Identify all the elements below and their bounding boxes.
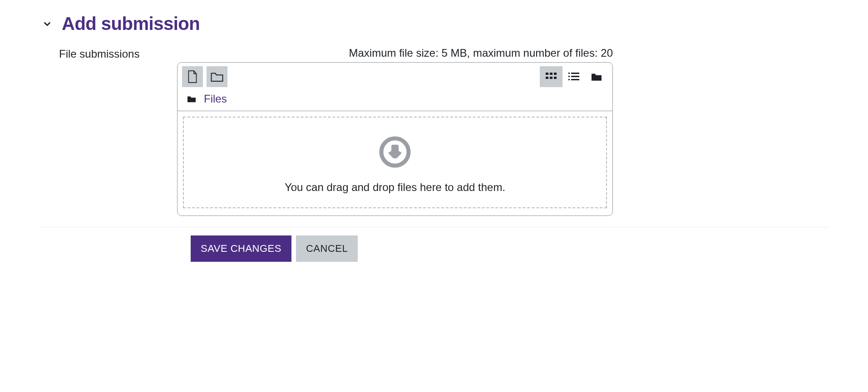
- collapse-toggle[interactable]: [41, 18, 54, 30]
- view-mode-group: [540, 66, 608, 87]
- svg-rect-10: [568, 79, 570, 80]
- svg-rect-1: [550, 73, 552, 75]
- svg-rect-11: [571, 79, 579, 80]
- view-details-button[interactable]: [562, 66, 585, 87]
- file-limits-text: Maximum file size: 5 MB, maximum number …: [177, 47, 613, 59]
- grid-icon: [545, 72, 557, 82]
- form-label-column: File submissions: [41, 47, 173, 60]
- form-input-column: Maximum file size: 5 MB, maximum number …: [177, 47, 613, 216]
- file-icon: [187, 70, 198, 83]
- section-header: Add submission: [41, 14, 827, 34]
- file-submissions-row: File submissions Maximum file size: 5 MB…: [41, 47, 827, 216]
- svg-marker-14: [388, 152, 402, 159]
- view-tree-button[interactable]: [585, 66, 608, 87]
- file-dropzone[interactable]: You can drag and drop files here to add …: [183, 117, 607, 208]
- folder-solid-icon: [187, 95, 197, 103]
- file-manager: Files You can drag and drop files here t…: [177, 62, 613, 216]
- svg-rect-9: [571, 76, 579, 77]
- list-icon: [568, 72, 580, 82]
- save-button[interactable]: SAVE CHANGES: [191, 235, 291, 262]
- dropzone-text: You can drag and drop files here to add …: [285, 181, 505, 194]
- view-icons-button[interactable]: [540, 66, 562, 87]
- svg-rect-2: [554, 73, 557, 75]
- file-breadcrumb: Files: [178, 90, 612, 111]
- file-manager-toolbar: [178, 63, 612, 90]
- folder-outline-icon: [210, 71, 224, 83]
- folder-solid-icon: [590, 72, 603, 82]
- chevron-down-icon: [42, 19, 52, 29]
- cancel-button[interactable]: CANCEL: [296, 235, 358, 262]
- toolbar-left-group: [182, 66, 227, 87]
- add-file-button[interactable]: [182, 66, 203, 87]
- svg-rect-3: [546, 77, 548, 79]
- breadcrumb-root-link[interactable]: Files: [204, 93, 227, 105]
- download-circle-icon: [379, 136, 411, 168]
- svg-rect-4: [550, 77, 552, 79]
- section-title: Add submission: [62, 14, 200, 34]
- svg-rect-6: [568, 73, 570, 74]
- svg-rect-13: [392, 145, 398, 153]
- actions-separator: [41, 227, 827, 227]
- form-actions: SAVE CHANGES CANCEL: [191, 235, 827, 262]
- svg-rect-5: [554, 77, 557, 79]
- svg-rect-8: [568, 76, 570, 77]
- svg-rect-7: [571, 73, 579, 74]
- svg-rect-0: [546, 73, 548, 75]
- file-submissions-label: File submissions: [59, 48, 139, 60]
- create-folder-button[interactable]: [207, 66, 227, 87]
